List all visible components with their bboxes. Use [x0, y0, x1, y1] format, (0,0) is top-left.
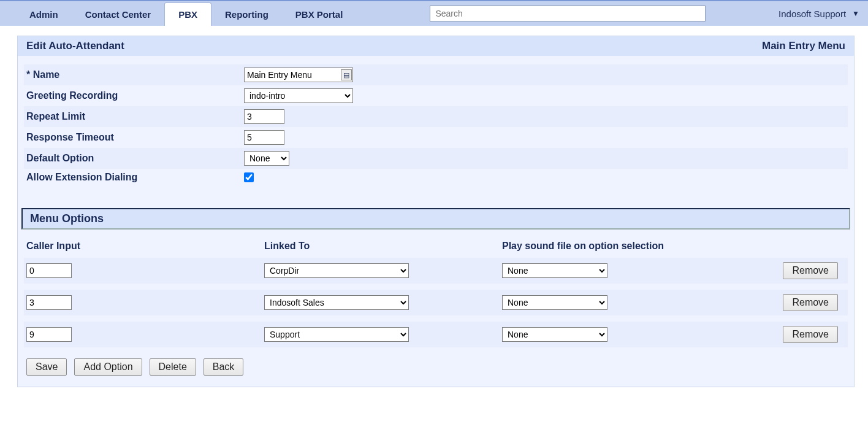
- default-select[interactable]: None: [244, 151, 289, 166]
- label-name: * Name: [26, 69, 244, 80]
- tab-pbx[interactable]: PBX: [164, 2, 211, 26]
- row-default: Default Option None: [24, 148, 848, 169]
- search-wrap: [430, 6, 706, 21]
- remove-button[interactable]: Remove: [783, 294, 838, 311]
- label-default: Default Option: [26, 153, 244, 164]
- main-tabs: Admin Contact Center PBX Reporting PBX P…: [16, 1, 356, 26]
- sound-select[interactable]: None: [502, 263, 607, 278]
- sound-select[interactable]: None: [502, 327, 607, 342]
- save-button[interactable]: Save: [26, 358, 67, 376]
- linked-to-select[interactable]: Indosoft Sales: [264, 295, 409, 310]
- label-timeout: Response Timeout: [26, 132, 244, 143]
- remove-button[interactable]: Remove: [783, 262, 838, 279]
- panel-header: Edit Auto-Attendant Main Entry Menu: [18, 36, 854, 56]
- tab-admin[interactable]: Admin: [16, 3, 72, 26]
- caller-input-field[interactable]: [26, 295, 72, 310]
- header-play-sound: Play sound file on option selection: [502, 241, 771, 252]
- add-option-button[interactable]: Add Option: [74, 358, 142, 376]
- remove-button[interactable]: Remove: [783, 326, 838, 343]
- name-field[interactable]: [244, 68, 353, 82]
- back-button[interactable]: Back: [204, 358, 244, 376]
- row-allow-ext: Allow Extension Dialing: [24, 169, 848, 186]
- panel-subtitle: Main Entry Menu: [762, 40, 845, 52]
- menu-options-title: Menu Options: [21, 208, 850, 230]
- option-row: Indosoft Sales None Remove: [24, 290, 848, 315]
- tab-reporting[interactable]: Reporting: [211, 3, 282, 26]
- label-repeat: Repeat Limit: [26, 111, 244, 122]
- label-allow-ext: Allow Extension Dialing: [26, 172, 244, 183]
- edit-panel: Edit Auto-Attendant Main Entry Menu * Na…: [17, 36, 855, 387]
- row-greeting: Greeting Recording indo-intro: [24, 85, 848, 106]
- user-menu[interactable]: Indosoft Support ▼: [779, 9, 859, 19]
- page-wrap: Edit Auto-Attendant Main Entry Menu * Na…: [0, 26, 868, 403]
- timeout-field[interactable]: [244, 130, 284, 145]
- tab-contact-center[interactable]: Contact Center: [72, 3, 165, 26]
- chevron-down-icon: ▼: [852, 9, 859, 18]
- action-bar: Save Add Option Delete Back: [24, 347, 848, 382]
- header-remove: [771, 241, 838, 252]
- row-repeat: Repeat Limit: [24, 106, 848, 127]
- label-greeting: Greeting Recording: [26, 90, 244, 101]
- panel-title: Edit Auto-Attendant: [26, 40, 124, 52]
- form-area: * Name ▤ Greeting Recording indo-intro R…: [18, 56, 854, 191]
- options-area: Caller Input Linked To Play sound file o…: [18, 230, 854, 387]
- caller-input-field[interactable]: [26, 327, 72, 342]
- allow-ext-checkbox[interactable]: [244, 172, 254, 182]
- repeat-field[interactable]: [244, 109, 284, 124]
- delete-button[interactable]: Delete: [150, 358, 196, 376]
- linked-to-select[interactable]: Support: [264, 327, 409, 342]
- row-timeout: Response Timeout: [24, 127, 848, 148]
- top-nav-bar: Admin Contact Center PBX Reporting PBX P…: [0, 0, 868, 26]
- option-row: Support None Remove: [24, 322, 848, 347]
- caller-input-field[interactable]: [26, 263, 72, 278]
- user-label: Indosoft Support: [779, 9, 846, 19]
- header-caller-input: Caller Input: [26, 241, 264, 252]
- linked-to-select[interactable]: CorpDir: [264, 263, 409, 278]
- greeting-select[interactable]: indo-intro: [244, 88, 353, 103]
- options-header-row: Caller Input Linked To Play sound file o…: [24, 241, 848, 252]
- option-row: CorpDir None Remove: [24, 258, 848, 284]
- search-input[interactable]: [430, 6, 706, 21]
- sound-select[interactable]: None: [502, 295, 607, 310]
- header-linked-to: Linked To: [264, 241, 502, 252]
- tab-pbx-portal[interactable]: PBX Portal: [282, 3, 357, 26]
- row-name: * Name ▤: [24, 64, 848, 85]
